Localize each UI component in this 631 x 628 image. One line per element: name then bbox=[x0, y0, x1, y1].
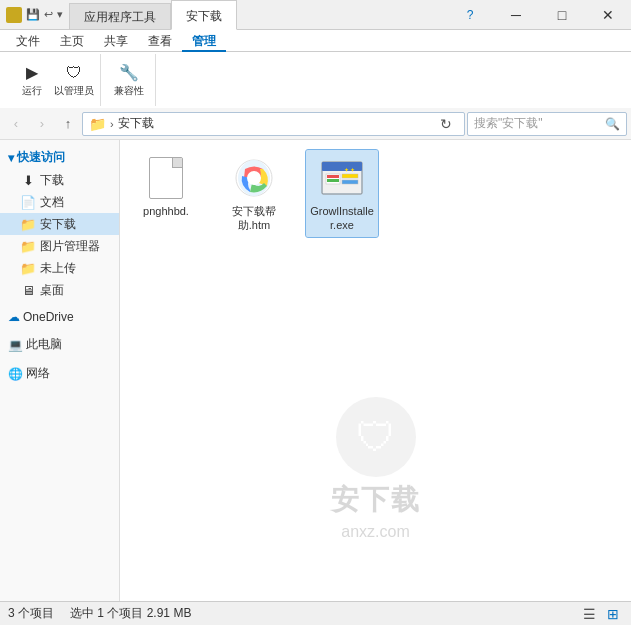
forward-button[interactable]: › bbox=[30, 112, 54, 136]
item-count: 3 个项目 bbox=[8, 605, 54, 622]
exe-icon: ✦ ✦ bbox=[318, 154, 366, 202]
title-bar-controls: ? ─ □ ✕ bbox=[447, 0, 631, 29]
address-separator: › bbox=[110, 118, 114, 130]
documents-icon: 📄 bbox=[20, 194, 36, 210]
quick-access-chevron: ▾ bbox=[8, 151, 14, 165]
file-item-doc[interactable]: pnghhbd. bbox=[130, 150, 202, 222]
doc-label: pnghhbd. bbox=[143, 204, 189, 218]
ribbon-group-run: ▶ 运行 🛡 以管理员 bbox=[6, 54, 101, 106]
maximize-button[interactable]: □ bbox=[539, 0, 585, 30]
back-button[interactable]: ‹ bbox=[4, 112, 28, 136]
growl-exe-svg: ✦ ✦ bbox=[320, 156, 364, 200]
doc-shape bbox=[149, 157, 183, 199]
status-bar-right: ☰ ⊞ bbox=[579, 604, 623, 624]
quick-access-dropdown[interactable]: ▾ bbox=[57, 8, 63, 21]
sidebar-item-download[interactable]: ⬇ 下载 bbox=[0, 169, 119, 191]
sidebar-item-unuploaded[interactable]: 📁 未上传 bbox=[0, 257, 119, 279]
svg-point-1 bbox=[247, 171, 261, 185]
compat-icon: 🔧 bbox=[119, 63, 139, 83]
sidebar-label-download: 下载 bbox=[40, 172, 64, 189]
file-item-htm[interactable]: 安下载帮助.htm bbox=[218, 150, 290, 237]
tab-download[interactable]: 安下载 bbox=[171, 0, 237, 30]
watermark-text: 安下载 bbox=[331, 481, 421, 519]
files-grid: pnghhbd. 安下载帮助.htm bbox=[130, 150, 621, 237]
sidebar: ▾ 快速访问 ⬇ 下载 📄 文档 📁 安下载 📁 图片管理器 📁 未上传 🖥 桌… bbox=[0, 140, 120, 601]
tab-app-tools[interactable]: 应用程序工具 bbox=[69, 3, 171, 29]
file-item-exe[interactable]: ✦ ✦ GrowlInstaller.exe bbox=[306, 150, 378, 237]
status-bar: 3 个项目 选中 1 个项目 2.91 MB ☰ ⊞ bbox=[0, 601, 631, 625]
nav-bar: ‹ › ↑ 📁 › 安下载 ↻ 搜索"安下载" 🔍 bbox=[0, 108, 631, 140]
sidebar-item-documents[interactable]: 📄 文档 bbox=[0, 191, 119, 213]
svg-rect-6 bbox=[327, 175, 339, 178]
doc-fold bbox=[172, 158, 182, 168]
ribbon-btn-run[interactable]: ▶ 运行 bbox=[12, 60, 52, 100]
watermark-shield-icon: 🛡 bbox=[356, 415, 396, 460]
search-text: 搜索"安下载" bbox=[474, 115, 543, 132]
svg-rect-3 bbox=[322, 162, 362, 171]
ribbon-tab-file[interactable]: 文件 bbox=[6, 30, 50, 52]
htm-icon bbox=[230, 154, 278, 202]
admin-label: 以管理员 bbox=[54, 84, 94, 98]
exe-label: GrowlInstaller.exe bbox=[310, 204, 374, 233]
sidebar-item-images[interactable]: 📁 图片管理器 bbox=[0, 235, 119, 257]
images-icon: 📁 bbox=[20, 238, 36, 254]
doc-icon bbox=[142, 154, 190, 202]
sidebar-label-desktop: 桌面 bbox=[40, 282, 64, 299]
view-grid-button[interactable]: ⊞ bbox=[603, 604, 623, 624]
ribbon-btn-admin[interactable]: 🛡 以管理员 bbox=[54, 60, 94, 100]
title-bar: 💾 ↩ ▾ 应用程序工具 安下载 ? ─ □ ✕ bbox=[0, 0, 631, 30]
ribbon-btn-compat[interactable]: 🔧 兼容性 bbox=[109, 60, 149, 100]
search-bar[interactable]: 搜索"安下载" 🔍 bbox=[467, 112, 627, 136]
help-button[interactable]: ? bbox=[447, 0, 493, 30]
sidebar-this-pc[interactable]: 💻 此电脑 bbox=[0, 333, 119, 356]
quick-access-label: 快速访问 bbox=[17, 149, 65, 166]
quick-access-save: 💾 bbox=[26, 8, 40, 21]
file-area[interactable]: 🛡 安下载 anxz.com pnghhbd. bbox=[120, 140, 631, 601]
address-folder-icon: 📁 bbox=[89, 116, 106, 132]
this-pc-label: 此电脑 bbox=[26, 336, 62, 353]
address-bar[interactable]: 📁 › 安下载 ↻ bbox=[82, 112, 465, 136]
minimize-button[interactable]: ─ bbox=[493, 0, 539, 30]
htm-label: 安下载帮助.htm bbox=[222, 204, 286, 233]
ribbon-tab-view[interactable]: 查看 bbox=[138, 30, 182, 52]
svg-rect-9 bbox=[342, 180, 358, 184]
ribbon-tabs: 文件 主页 共享 查看 管理 bbox=[0, 30, 631, 52]
doc-body bbox=[149, 157, 183, 199]
title-bar-left: 💾 ↩ ▾ bbox=[0, 7, 69, 23]
sidebar-item-anxz[interactable]: 📁 安下载 bbox=[0, 213, 119, 235]
sidebar-quick-access[interactable]: ▾ 快速访问 bbox=[0, 146, 119, 169]
run-icon: ▶ bbox=[22, 63, 42, 83]
main-layout: ▾ 快速访问 ⬇ 下载 📄 文档 📁 安下载 📁 图片管理器 📁 未上传 🖥 桌… bbox=[0, 140, 631, 601]
sidebar-label-anxz: 安下载 bbox=[40, 216, 76, 233]
watermark-sub: anxz.com bbox=[341, 523, 409, 541]
sidebar-label-unuploaded: 未上传 bbox=[40, 260, 76, 277]
watermark: 🛡 安下载 anxz.com bbox=[331, 397, 421, 541]
this-pc-icon: 💻 bbox=[8, 338, 23, 352]
sidebar-onedrive[interactable]: ☁ OneDrive bbox=[0, 307, 119, 327]
anxz-folder-icon: 📁 bbox=[20, 216, 36, 232]
compat-label: 兼容性 bbox=[114, 84, 144, 98]
title-bar-tabs: 应用程序工具 安下载 bbox=[69, 0, 447, 29]
address-text: 安下载 bbox=[118, 115, 154, 132]
view-list-button[interactable]: ☰ bbox=[579, 604, 599, 624]
unuploaded-icon: 📁 bbox=[20, 260, 36, 276]
download-icon: ⬇ bbox=[20, 172, 36, 188]
watermark-shield: 🛡 bbox=[336, 397, 416, 477]
close-button[interactable]: ✕ bbox=[585, 0, 631, 30]
sidebar-label-images: 图片管理器 bbox=[40, 238, 100, 255]
selected-info: 选中 1 个项目 2.91 MB bbox=[70, 605, 191, 622]
up-button[interactable]: ↑ bbox=[56, 112, 80, 136]
run-label: 运行 bbox=[22, 84, 42, 98]
ribbon-tab-home[interactable]: 主页 bbox=[50, 30, 94, 52]
sidebar-network[interactable]: 🌐 网络 bbox=[0, 362, 119, 385]
ribbon-tab-manage[interactable]: 管理 bbox=[182, 30, 226, 52]
admin-icon: 🛡 bbox=[64, 63, 84, 83]
onedrive-label: OneDrive bbox=[23, 310, 74, 324]
svg-rect-7 bbox=[327, 179, 339, 182]
app-icon bbox=[6, 7, 22, 23]
refresh-button[interactable]: ↻ bbox=[434, 112, 458, 136]
sidebar-item-desktop[interactable]: 🖥 桌面 bbox=[0, 279, 119, 301]
network-label: 网络 bbox=[26, 365, 50, 382]
ribbon-content: ▶ 运行 🛡 以管理员 🔧 兼容性 bbox=[0, 52, 631, 108]
ribbon-tab-share[interactable]: 共享 bbox=[94, 30, 138, 52]
